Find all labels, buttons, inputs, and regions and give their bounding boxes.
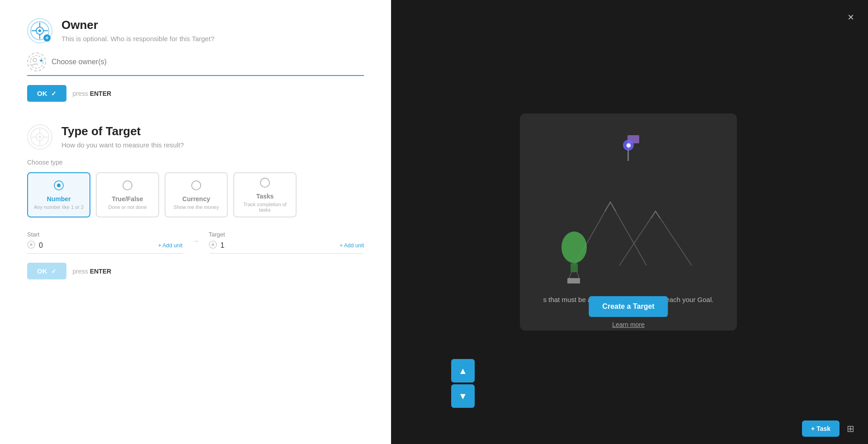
- svg-line-6: [569, 272, 571, 279]
- type-section: Type of Target How do you want to measur…: [27, 124, 364, 279]
- truefalse-icon: [123, 180, 132, 193]
- start-input[interactable]: [39, 241, 155, 250]
- owner-input-row: [27, 52, 364, 76]
- type-card-tasks[interactable]: Tasks Track completion of tasks: [233, 172, 297, 217]
- type-ok-row: OK ✓ press ENTER: [27, 263, 364, 279]
- owner-icon: +: [27, 18, 52, 43]
- svg-text:+: +: [45, 35, 48, 41]
- type-ok-label: OK: [37, 267, 47, 275]
- svg-point-37: [30, 243, 33, 246]
- ok-checkmark: ✓: [51, 90, 57, 97]
- owner-add-icon: [27, 52, 46, 71]
- type-enter-text: ENTER: [90, 268, 111, 275]
- add-task-button[interactable]: + Task: [802, 420, 840, 437]
- owner-section-header: + Owner This is optional. Who is respons…: [27, 18, 364, 43]
- type-section-text: Type of Target How do you want to measur…: [61, 124, 184, 149]
- type-section-header: Type of Target How do you want to measur…: [27, 124, 364, 150]
- truefalse-desc: Done or not done: [108, 204, 146, 210]
- svg-point-34: [192, 181, 201, 190]
- currency-desc: Show me the money: [174, 204, 219, 210]
- type-card-currency[interactable]: Currency Show me the money: [165, 172, 228, 217]
- scroll-up-button[interactable]: ▲: [451, 359, 475, 383]
- start-field: Start + Add unit: [27, 231, 183, 254]
- svg-point-35: [260, 178, 269, 187]
- press-enter-text: press ENTER: [73, 90, 112, 97]
- tasks-label: Tasks: [256, 193, 274, 200]
- flag-icon: ◉: [615, 132, 642, 165]
- currency-icon: [191, 180, 201, 193]
- owner-ok-row: OK ✓ press ENTER: [27, 85, 364, 102]
- tasks-icon: [260, 178, 270, 190]
- balloon-illustration: [556, 225, 592, 285]
- target-add-unit[interactable]: + Add unit: [340, 242, 364, 249]
- svg-point-30: [38, 136, 41, 138]
- close-button[interactable]: ×: [843, 9, 859, 25]
- start-label: Start: [27, 231, 183, 238]
- start-input-row: + Add unit: [27, 241, 183, 254]
- choose-type-label: Choose type: [27, 159, 364, 166]
- type-icon: [27, 124, 52, 150]
- tasks-desc: Track completion of tasks: [239, 202, 291, 213]
- scroll-down-button[interactable]: ▼: [451, 384, 475, 408]
- number-desc: Any number like 1 or 2: [34, 204, 84, 210]
- scroll-nav: ▲ ▼: [451, 359, 475, 408]
- create-target-button[interactable]: Create a Target: [589, 296, 668, 317]
- target-input[interactable]: [221, 241, 336, 250]
- bottom-bar: + Task ⊞: [389, 413, 868, 444]
- type-ok-checkmark: ✓: [51, 268, 57, 275]
- owner-section-text: Owner This is optional. Who is responsib…: [61, 18, 214, 43]
- type-title: Type of Target: [61, 124, 184, 138]
- owner-title: Owner: [61, 18, 214, 32]
- grid-view-button[interactable]: ⊞: [847, 423, 854, 434]
- type-subtitle: How do you want to measure this result?: [61, 141, 184, 149]
- currency-label: Currency: [182, 195, 210, 203]
- number-label: Number: [47, 195, 71, 203]
- arrow-icon: →: [192, 236, 200, 246]
- svg-point-33: [123, 181, 132, 190]
- learn-more-link[interactable]: Learn more: [612, 321, 645, 328]
- svg-point-4: [561, 231, 587, 263]
- svg-point-20: [33, 58, 37, 62]
- type-card-truefalse[interactable]: True/False Done or not done: [96, 172, 159, 217]
- target-input-row: + Add unit: [209, 241, 364, 254]
- enter-text: ENTER: [90, 90, 111, 97]
- svg-rect-8: [567, 278, 580, 283]
- start-add-unit[interactable]: + Add unit: [158, 242, 183, 249]
- type-press-enter-text: press ENTER: [73, 268, 112, 275]
- type-cards: Number Any number like 1 or 2 True/False…: [27, 172, 364, 217]
- type-ok-button[interactable]: OK ✓: [27, 263, 66, 279]
- type-card-number[interactable]: Number Any number like 1 or 2: [27, 172, 90, 217]
- ok-label: OK: [37, 90, 47, 97]
- owner-ok-button[interactable]: OK ✓: [27, 85, 66, 102]
- truefalse-label: True/False: [112, 195, 143, 203]
- svg-text:◉: ◉: [626, 142, 631, 148]
- left-panel: + Owner This is optional. Who is respons…: [0, 0, 391, 444]
- target-field-icon: [209, 241, 217, 250]
- svg-point-16: [38, 29, 41, 32]
- owner-input[interactable]: [52, 58, 364, 66]
- start-target-row: Start + Add unit → Target: [27, 231, 364, 254]
- owner-subtitle: This is optional. Who is responsible for…: [61, 35, 214, 43]
- svg-line-7: [577, 272, 580, 279]
- target-label: Target: [209, 231, 364, 238]
- owner-section: + Owner This is optional. Who is respons…: [27, 18, 364, 102]
- svg-point-32: [57, 184, 61, 187]
- svg-rect-5: [571, 263, 578, 272]
- number-icon: [54, 180, 64, 193]
- target-field: Target + Add unit: [209, 231, 364, 254]
- start-field-icon: [27, 241, 35, 250]
- svg-point-39: [212, 243, 214, 246]
